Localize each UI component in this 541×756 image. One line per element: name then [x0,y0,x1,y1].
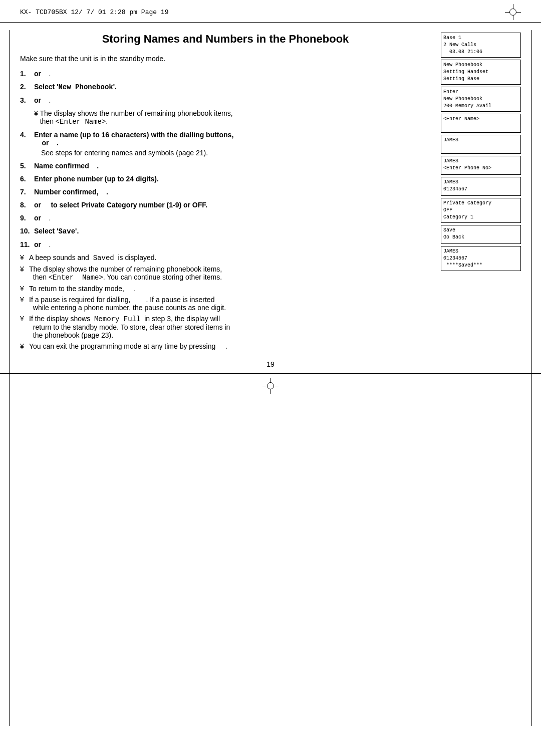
bottom-crosshair-icon [262,378,279,394]
step-10-number: 10. [20,227,34,235]
step-5-content: Name confirmed . [34,162,431,170]
lcd-4-text: <Enter Name> [443,116,479,122]
left-border-line [9,30,10,726]
step-6: 6. Enter phone number (up to 24 digits). [20,175,431,183]
step-7: 7. Number confirmed, . [20,188,431,196]
lcd-2-text: New PhonebookSetting HandsetSetting Base [443,62,488,82]
note-4: ¥ If a pause is required for dialling, .… [20,296,431,312]
step-3: 3. or . [20,96,431,104]
bottom-section [0,373,541,398]
right-column: Base 12 New Calls 03.08 21:06 New Phoneb… [441,33,521,350]
note-6: ¥ You can exit the programming mode at a… [20,342,431,350]
note-3-text: To return to the standby mode, . [29,285,431,293]
step-2: 2. Select 'New Phonebook'. [20,83,431,91]
note-5: ¥ If the display shows Memory Full in st… [20,315,431,339]
step-3-subnote-text: ¥ The display shows the number of remain… [34,109,431,126]
step-3-subnote: ¥ The display shows the number of remain… [20,109,431,126]
step-7-content: Number confirmed, . [34,188,431,196]
lcd-screen-2: New PhonebookSetting HandsetSetting Base [441,60,521,85]
page-number: 19 [266,360,275,368]
step-8: 8. or to select Private Category number … [20,201,431,209]
lcd-5-text: JAMES [443,137,458,143]
step-3-content: or . [34,96,431,104]
step-4: 4. Enter a name (up to 16 characters) wi… [20,131,431,157]
step-1-content: or . [34,70,431,78]
lcd-screen-5: JAMES [441,135,521,154]
step-2-number: 2. [20,83,34,91]
lcd-7-text: JAMES01234567 [443,179,467,192]
note-6-text: You can exit the programming mode at any… [29,342,431,350]
lcd-screen-6: JAMES<Enter Phone No> [441,156,521,175]
header-crosshair-icon [505,4,521,20]
lcd-1-text: Base 12 New Calls 03.08 21:06 [443,35,482,55]
step-3-subnote-indent [20,109,34,126]
page-footer: 19 [0,350,541,373]
step-11-number: 11. [20,240,34,248]
note-4-text: If a pause is required for dialling, . I… [29,296,431,312]
step-9-content: or . [34,214,431,222]
step-2-content: Select 'New Phonebook'. [34,83,431,91]
step-9: 9. or . [20,214,431,222]
lcd-screen-4: <Enter Name> [441,114,521,133]
step-4-content-wrap: Enter a name (up to 16 characters) with … [34,131,233,157]
lcd-screen-10: JAMES01234567 ****Saved*** [441,246,521,271]
step-9-number: 9. [20,214,34,222]
step-11: 11. or . [20,240,431,248]
step-1-number: 1. [20,70,34,78]
step-4-number: 4. [20,131,34,157]
note-2: ¥ The display shows the number of remain… [20,265,431,282]
lcd-screen-1: Base 12 New Calls 03.08 21:06 [441,33,521,58]
note-3: ¥ To return to the standby mode, . [20,285,431,293]
lcd-screen-9: SaveGo Back [441,225,521,244]
lcd-10-text: JAMES01234567 ****Saved*** [443,248,482,268]
intro-text: Make sure that the unit is in the standb… [20,55,431,63]
lcd-8-text: Private CategoryOFFCategory 1 [443,200,491,220]
step-1: 1. or . [20,70,431,78]
step-8-number: 8. [20,201,34,209]
lcd-9-text: SaveGo Back [443,227,464,240]
notes-section: ¥ A beep sounds and Saved is displayed. … [20,254,431,350]
page-container: KX- TCD705BX 12/ 7/ 01 2:28 pm Page 19 S… [0,0,541,756]
step-8-content: or to select Private Category number (1-… [34,201,431,209]
lcd-screen-8: Private CategoryOFFCategory 1 [441,198,521,223]
main-content: Storing Names and Numbers in the Phonebo… [0,23,541,350]
left-column: Storing Names and Numbers in the Phonebo… [20,33,441,350]
lcd-screen-3: EnterNew Phonebook200-Memory Avail [441,87,521,112]
note-1: ¥ A beep sounds and Saved is displayed. [20,254,431,262]
step-10-content: Select 'Save'. [34,227,431,235]
step-4-content: Enter a name (up to 16 characters) with … [34,131,233,147]
step-6-content: Enter phone number (up to 24 digits). [34,175,431,183]
lcd-3-text: EnterNew Phonebook200-Memory Avail [443,89,491,109]
step-4-subnote: See steps for entering names and symbols… [41,149,233,157]
step-5: 5. Name confirmed . [20,162,431,170]
right-border-line [531,30,532,726]
step-10: 10. Select 'Save'. [20,227,431,235]
step-6-number: 6. [20,175,34,183]
step-11-content: or . [34,240,431,248]
note-2-text: The display shows the number of remainin… [29,265,431,282]
header-text: KX- TCD705BX 12/ 7/ 01 2:28 pm Page 19 [20,9,168,16]
header-bar: KX- TCD705BX 12/ 7/ 01 2:28 pm Page 19 [0,0,541,23]
lcd-screen-7: JAMES01234567 [441,177,521,196]
step-5-number: 5. [20,162,34,170]
page-title: Storing Names and Numbers in the Phonebo… [20,33,431,46]
lcd-6-text: JAMES<Enter Phone No> [443,158,491,171]
step-7-number: 7. [20,188,34,196]
step-3-number: 3. [20,96,34,104]
note-5-text: If the display shows Memory Full in step… [29,315,431,339]
note-1-text: A beep sounds and Saved is displayed. [29,254,431,262]
